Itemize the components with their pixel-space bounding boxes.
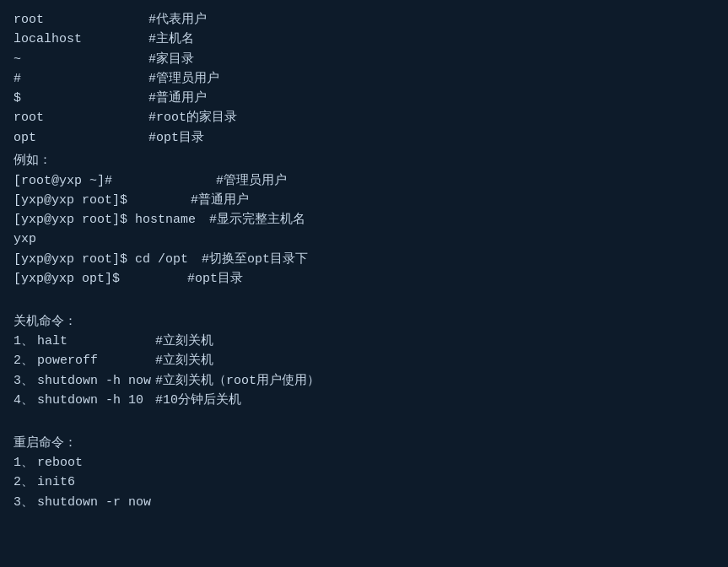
reboot-cmd-2: 2、 init6	[13, 472, 715, 492]
col2-user: #普通用户	[148, 89, 207, 108]
ex-col1-2: [yxp@yxp root]$ hostname	[13, 210, 196, 230]
example-opt-prompt: [yxp@yxp opt]$ #opt目录	[13, 269, 715, 289]
col1-root-home: root	[13, 108, 148, 127]
shutdown-comment-3: #10分钟后关机	[155, 391, 241, 410]
shutdown-val-0: halt	[37, 332, 155, 351]
col2-home: #家目录	[148, 50, 194, 69]
reboot-num-2: 3、	[13, 493, 37, 512]
example-admin: [root@yxp ~]# #管理员用户	[13, 171, 715, 191]
col2-root: #代表用户	[148, 10, 207, 30]
example-label: 例如：	[13, 151, 715, 170]
shutdown-cmd-3: 3、 shutdown -h now #立刻关机（root用户使用）	[13, 371, 715, 391]
ex-col1-3: yxp	[13, 230, 36, 249]
col2-admin: #管理员用户	[148, 69, 219, 89]
reboot-cmd-1: 1、 reboot	[13, 453, 715, 472]
shutdown-num-0: 1、	[13, 332, 37, 351]
ex-col2-0: #管理员用户	[216, 171, 287, 191]
shutdown-val-1: poweroff	[37, 351, 155, 370]
reboot-val-1: init6	[37, 472, 75, 492]
ex-col2-4: #切换至opt目录下	[202, 250, 308, 269]
col2-localhost: #主机名	[148, 30, 194, 49]
col1-home: ~	[13, 50, 148, 69]
reboot-title: 重启命令：	[13, 434, 715, 453]
shutdown-val-2: shutdown -h now	[37, 371, 155, 391]
shutdown-num-2: 3、	[13, 371, 37, 391]
ex-col2-1: #普通用户	[191, 191, 249, 210]
terminal: root #代表用户 localhost #主机名 ~ #家目录 # #管理员用…	[13, 10, 715, 512]
col1-root: root	[13, 10, 148, 30]
example-user: [yxp@yxp root]$ #普通用户	[13, 191, 715, 210]
col1-admin: #	[13, 69, 148, 89]
shutdown-cmd-2: 2、 poweroff #立刻关机	[13, 351, 715, 370]
col1-user: $	[13, 89, 148, 108]
blank-2	[13, 410, 715, 429]
reboot-cmd-3: 3、 shutdown -r now	[13, 493, 715, 512]
reboot-num-1: 2、	[13, 472, 37, 492]
shutdown-title: 关机命令：	[13, 312, 715, 332]
ex-col1-5: [yxp@yxp opt]$	[13, 269, 120, 289]
shutdown-val-3: shutdown -h 10	[37, 391, 155, 410]
line-admin: # #管理员用户	[13, 69, 715, 89]
shutdown-num-3: 4、	[13, 391, 37, 410]
col1-opt: opt	[13, 128, 148, 148]
col2-root-home: #root的家目录	[148, 108, 237, 127]
line-opt: opt #opt目录	[13, 128, 715, 148]
blank-1	[13, 289, 715, 308]
ex-col1-0: [root@yxp ~]#	[13, 171, 148, 191]
line-localhost: localhost #主机名	[13, 30, 715, 49]
ex-col2-2: #显示完整主机名	[209, 210, 305, 230]
ex-col1-4: [yxp@yxp root]$ cd /opt	[13, 250, 188, 269]
shutdown-comment-2: #立刻关机（root用户使用）	[155, 371, 320, 391]
ex-col2-5: #opt目录	[187, 269, 243, 289]
ex-col1-1: [yxp@yxp root]$	[13, 191, 148, 210]
line-root: root #代表用户	[13, 10, 715, 30]
shutdown-comment-1: #立刻关机	[155, 351, 213, 370]
col1-localhost: localhost	[13, 30, 148, 49]
example-cd: [yxp@yxp root]$ cd /opt #切换至opt目录下	[13, 250, 715, 269]
example-hostname: [yxp@yxp root]$ hostname #显示完整主机名	[13, 210, 715, 230]
line-root-home: root #root的家目录	[13, 108, 715, 127]
shutdown-num-1: 2、	[13, 351, 37, 370]
shutdown-cmd-4: 4、 shutdown -h 10 #10分钟后关机	[13, 391, 715, 410]
example-yxp: yxp	[13, 230, 715, 249]
col2-opt: #opt目录	[148, 128, 204, 148]
shutdown-comment-0: #立刻关机	[155, 332, 213, 351]
shutdown-cmd-1: 1、 halt #立刻关机	[13, 332, 715, 351]
line-home: ~ #家目录	[13, 50, 715, 69]
reboot-val-2: shutdown -r now	[37, 493, 151, 512]
reboot-num-0: 1、	[13, 453, 37, 472]
reboot-val-0: reboot	[37, 453, 83, 472]
line-user: $ #普通用户	[13, 89, 715, 108]
